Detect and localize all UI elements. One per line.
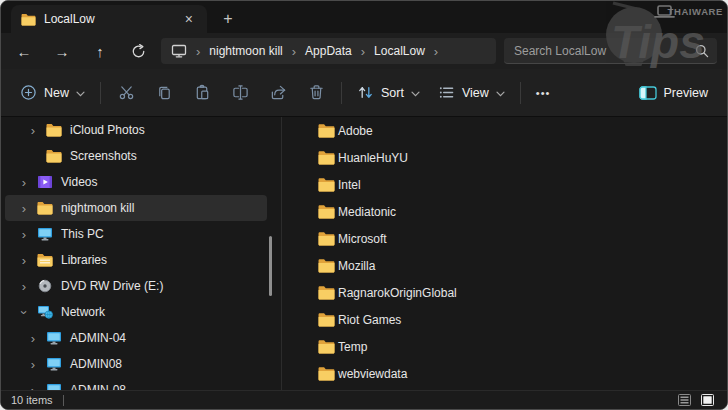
folder-icon xyxy=(318,204,335,219)
sidebar-item[interactable]: › DVD RW Drive (E:) xyxy=(5,273,267,299)
libraries-icon xyxy=(37,253,53,267)
file-item[interactable]: Temp xyxy=(318,333,727,360)
content-area: › iCloud Photos › Screenshots › Videos ›… xyxy=(1,117,727,390)
this-pc-icon[interactable] xyxy=(171,44,187,58)
pc-icon xyxy=(46,331,62,345)
file-list: Adobe HuanleHuYU Intel Mediatonic Micros… xyxy=(282,117,727,390)
toolbar-actions xyxy=(107,76,335,110)
copy-icon xyxy=(156,84,173,101)
file-item-label: HuanleHuYU xyxy=(338,151,408,165)
file-item[interactable]: Mozilla xyxy=(318,252,727,279)
file-item[interactable]: Mediatonic xyxy=(318,198,727,225)
search-box[interactable] xyxy=(504,38,717,64)
close-tab-icon[interactable]: × xyxy=(181,10,197,28)
sidebar-item[interactable]: › Screenshots xyxy=(5,143,267,169)
large-icons-view-button[interactable] xyxy=(697,392,717,408)
expand-chevron-icon[interactable]: › xyxy=(17,202,31,215)
sidebar-item[interactable]: › Libraries xyxy=(5,247,267,273)
expand-chevron-icon[interactable]: › xyxy=(26,332,40,345)
tab-locallow[interactable]: LocalLow × xyxy=(11,5,207,33)
command-toolbar: New Sort View ••• Preview xyxy=(1,69,727,117)
sidebar-item[interactable]: › nightmoon kill xyxy=(5,195,267,221)
file-item[interactable]: HuanleHuYU xyxy=(318,144,727,171)
expand-chevron-icon[interactable]: › xyxy=(17,280,31,293)
refresh-button[interactable] xyxy=(119,36,157,66)
sidebar-item-label: nightmoon kill xyxy=(61,201,134,215)
preview-button-label: Preview xyxy=(664,86,708,100)
videos-icon xyxy=(37,175,53,189)
dvd-icon xyxy=(37,279,53,293)
more-options-button[interactable]: ••• xyxy=(527,76,560,110)
rename-button[interactable] xyxy=(221,76,259,110)
cut-button[interactable] xyxy=(107,76,145,110)
sidebar-tree: › iCloud Photos › Screenshots › Videos ›… xyxy=(1,117,281,390)
forward-button[interactable]: → xyxy=(43,36,81,66)
breadcrumb-item[interactable]: nightmoon kill xyxy=(209,44,282,58)
sidebar-item[interactable]: › iCloud Photos xyxy=(5,117,267,143)
file-item[interactable]: Microsoft xyxy=(318,225,727,252)
file-item[interactable]: webviewdata xyxy=(318,360,727,387)
file-list-items: Adobe HuanleHuYU Intel Mediatonic Micros… xyxy=(318,117,727,387)
breadcrumb[interactable]: › nightmoon kill› AppData› LocalLow› xyxy=(161,38,496,64)
rename-icon xyxy=(232,84,249,101)
paste-icon xyxy=(194,84,211,101)
chevron-right-icon: › xyxy=(196,45,200,58)
tab-title: LocalLow xyxy=(44,12,173,26)
paste-button[interactable] xyxy=(183,76,221,110)
expand-chevron-icon[interactable]: › xyxy=(26,384,40,391)
expand-chevron-icon[interactable]: › xyxy=(26,358,40,371)
view-icon xyxy=(438,84,455,101)
details-view-icon xyxy=(678,394,691,406)
sidebar-item-label: Libraries xyxy=(61,253,107,267)
copy-button[interactable] xyxy=(145,76,183,110)
sidebar-scrollbar[interactable] xyxy=(269,236,272,296)
breadcrumb-item[interactable]: LocalLow xyxy=(374,44,425,58)
delete-button[interactable] xyxy=(297,76,335,110)
search-icon[interactable] xyxy=(695,44,709,58)
new-button[interactable]: New xyxy=(11,76,94,110)
folder-icon xyxy=(37,201,53,215)
expand-chevron-icon[interactable]: › xyxy=(17,176,31,189)
sidebar-item[interactable]: › ADMIN08 xyxy=(5,351,267,377)
toolbar-separator xyxy=(341,82,342,104)
sidebar-item[interactable]: › Videos xyxy=(5,169,267,195)
file-item[interactable]: RagnarokOriginGlobal xyxy=(318,279,727,306)
sidebar-item[interactable]: › This PC xyxy=(5,221,267,247)
sort-button[interactable]: Sort xyxy=(348,76,429,110)
share-button[interactable] xyxy=(259,76,297,110)
sidebar-item[interactable]: › ADMIN-08 xyxy=(5,377,267,390)
breadcrumb-item[interactable]: AppData xyxy=(305,44,352,58)
breadcrumb-items: nightmoon kill› AppData› LocalLow› xyxy=(209,44,438,58)
sidebar-item-label: Screenshots xyxy=(70,149,137,163)
sidebar-item[interactable]: › ADMIN-04 xyxy=(5,325,267,351)
folder-icon xyxy=(46,149,62,163)
chevron-right-icon: › xyxy=(292,45,296,58)
sidebar-item-label: ADMIN-04 xyxy=(70,331,126,345)
new-tab-button[interactable]: + xyxy=(215,6,241,32)
details-view-button[interactable] xyxy=(674,392,694,408)
refresh-icon xyxy=(131,44,146,59)
file-item-label: Mozilla xyxy=(338,259,375,273)
view-button[interactable]: View xyxy=(429,76,514,110)
sidebar-item-label: This PC xyxy=(61,227,104,241)
expand-chevron-icon[interactable]: › xyxy=(18,305,31,319)
titlebar[interactable]: LocalLow × + xyxy=(1,1,727,33)
preview-toggle-button[interactable]: Preview xyxy=(630,76,717,110)
pc-icon xyxy=(37,227,53,241)
plus-circle-icon xyxy=(20,84,37,101)
expand-chevron-icon[interactable]: › xyxy=(17,228,31,241)
file-item-label: Intel xyxy=(338,178,361,192)
expand-chevron-icon[interactable]: › xyxy=(17,254,31,267)
folder-icon xyxy=(318,312,335,327)
file-item[interactable]: Intel xyxy=(318,171,727,198)
navigation-bar: ← → ↑ › nightmoon kill› AppData› LocalLo… xyxy=(1,33,727,69)
expand-chevron-icon[interactable]: › xyxy=(26,124,40,137)
file-item-label: Adobe xyxy=(338,124,373,138)
folder-icon xyxy=(318,339,335,354)
file-item[interactable]: Riot Games xyxy=(318,306,727,333)
up-button[interactable]: ↑ xyxy=(81,36,119,66)
back-button[interactable]: ← xyxy=(5,36,43,66)
sidebar-item[interactable]: › Network xyxy=(5,299,267,325)
file-item[interactable]: Adobe xyxy=(318,117,727,144)
search-input[interactable] xyxy=(504,44,695,58)
